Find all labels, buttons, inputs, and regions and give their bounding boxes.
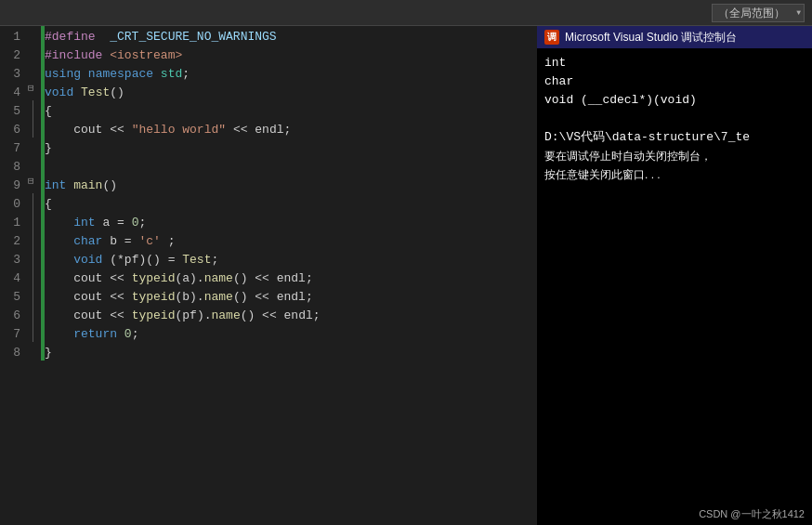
line-num-12: 2 (0, 232, 20, 251)
line-num-15: 5 (0, 288, 20, 307)
code-line-16: cout << typeid(pf).name() << endl; (45, 307, 537, 325)
cout-4: cout (73, 307, 102, 325)
cout-1: cout (73, 121, 102, 139)
fn-test: Test (81, 84, 110, 102)
block-line-4 (33, 100, 33, 138)
console-footer: CSDN @一叶之秋1412 (537, 504, 812, 525)
code-line-8 (45, 158, 537, 177)
kw-return: return (73, 325, 117, 344)
num-0-return: 0 (124, 325, 132, 344)
hello-str: "hello world" (132, 121, 226, 139)
pp-include: #include (45, 46, 102, 65)
typeid-b: typeid (132, 288, 176, 307)
code-line-15: cout << typeid(b).name() << endl; (45, 288, 537, 307)
code-line-9: int main() (45, 177, 537, 195)
line-num-8: 8 (0, 158, 20, 177)
kw-namespace: namespace (88, 65, 153, 84)
pf-var: pf (124, 251, 139, 269)
console-output-path: D:\VS代码\data-structure\7_te (544, 128, 805, 147)
code-line-3: using namespace std; (45, 65, 537, 84)
console-output-blank (544, 110, 805, 128)
gutter: ⊟ ⊟ (26, 26, 41, 525)
kw-using: using (45, 65, 81, 84)
line-num-3: 3 (0, 65, 20, 84)
kw-void-pf: void (73, 251, 102, 269)
open-brace-2: { (45, 195, 52, 214)
scope-wrapper[interactable]: （全局范围） (712, 4, 805, 22)
line-num-4: 4 (0, 84, 20, 102)
line-num-11: 1 (0, 214, 20, 232)
line-num-9: 9 (0, 177, 20, 195)
close-brace-2: } (45, 344, 52, 362)
num-0: 0 (132, 214, 139, 232)
code-line-7: } (45, 139, 537, 158)
collapse-icon-4[interactable]: ⊟ (28, 82, 34, 94)
code-line-2: #include <iostream> (45, 46, 537, 65)
console-output-int: int (544, 54, 805, 72)
code-editor: 1 2 3 4 5 6 7 8 9 0 1 2 3 4 5 6 7 8 (0, 26, 537, 525)
line-numbers: 1 2 3 4 5 6 7 8 9 0 1 2 3 4 5 6 7 8 (0, 26, 26, 525)
line-num-2: 2 (0, 46, 20, 65)
scope-selector[interactable]: （全局范围） (712, 4, 805, 22)
line-num-14: 4 (0, 269, 20, 288)
pf-ref: pf (182, 307, 197, 325)
typeid-pf: typeid (132, 307, 176, 325)
console-panel: 调 Microsoft Visual Studio 调试控制台 int char… (537, 26, 812, 525)
code-line-14: cout << typeid(a).name() << endl; (45, 269, 537, 288)
code-line-5: { (45, 102, 537, 121)
close-brace-1: } (45, 139, 52, 158)
endl-3: endl (277, 288, 306, 307)
line-num-17: 7 (0, 325, 20, 344)
pp-define: #define (45, 28, 96, 46)
code-lines[interactable]: #define _CRT_SECURE_NO_WARNINGS #include… (45, 26, 537, 525)
code-line-10: { (45, 195, 537, 214)
endl-4: endl (284, 307, 313, 325)
line-num-10: 0 (0, 195, 20, 214)
endl-1: endl (255, 121, 283, 139)
console-icon: 调 (544, 30, 559, 45)
code-line-17: return 0; (45, 325, 537, 344)
console-header: 调 Microsoft Visual Studio 调试控制台 (537, 26, 812, 48)
main-content: 1 2 3 4 5 6 7 8 9 0 1 2 3 4 5 6 7 8 (0, 26, 812, 525)
line-num-1: 1 (0, 28, 20, 46)
kw-void-test: void (45, 84, 73, 102)
cout-2: cout (73, 269, 102, 288)
console-output-void: void (__cdecl*)(void) (544, 91, 805, 110)
kw-int-a: int (73, 214, 95, 232)
code-line-18: } (45, 344, 537, 362)
kw-int-main: int (45, 177, 66, 195)
code-line-4: void Test() (45, 84, 537, 102)
line-num-13: 3 (0, 251, 20, 269)
console-output-msg1: 要在调试停止时自动关闭控制台， (544, 147, 805, 165)
fn-main: main (73, 177, 102, 195)
char-c: 'c' (138, 232, 160, 251)
block-line-9 (33, 193, 33, 342)
cout-3: cout (73, 288, 102, 307)
code-line-12: char b = 'c' ; (45, 232, 537, 251)
line-num-18: 8 (0, 344, 20, 362)
collapse-icon-9[interactable]: ⊟ (28, 175, 34, 187)
console-body: int char void (__cdecl*)(void) D:\VS代码\d… (537, 48, 812, 504)
line-num-7: 7 (0, 139, 20, 158)
code-line-13: void (*pf)() = Test; (45, 251, 537, 269)
line-num-16: 6 (0, 307, 20, 325)
fn-test-ref: Test (182, 251, 211, 269)
typeid-a: typeid (132, 269, 176, 288)
top-bar: （全局范围） (0, 0, 812, 26)
green-bar (41, 26, 45, 525)
ns-std: std (161, 65, 182, 84)
console-title: Microsoft Visual Studio 调试控制台 (565, 30, 737, 46)
define-name: _CRT_SECURE_NO_WARNINGS (110, 28, 276, 46)
code-area: 1 2 3 4 5 6 7 8 9 0 1 2 3 4 5 6 7 8 (0, 26, 537, 525)
endl-2: endl (277, 269, 306, 288)
name-a: name (204, 269, 233, 288)
green-segment-main (41, 26, 45, 361)
line-num-6: 6 (0, 121, 20, 139)
line-num-5: 5 (0, 102, 20, 121)
include-path: <iostream> (110, 46, 182, 65)
name-b: name (204, 288, 233, 307)
code-line-11: int a = 0; (45, 214, 537, 232)
console-output-msg2: 按任意键关闭此窗口. . . (544, 165, 805, 184)
name-pf: name (212, 307, 241, 325)
open-brace-1: { (45, 102, 52, 121)
